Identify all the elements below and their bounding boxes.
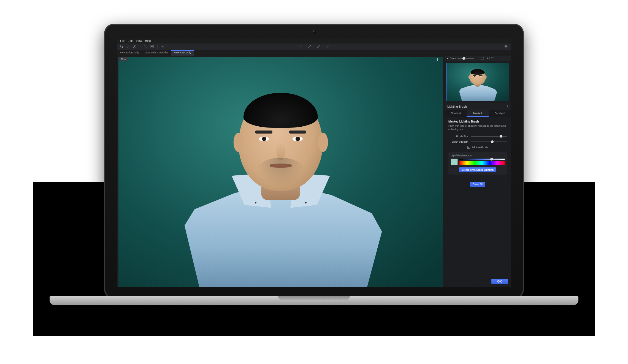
color-box: Light/Shadow Color Set Color to Erase Li… <box>448 152 507 175</box>
section-title: Masked Lighting Brush <box>448 120 507 123</box>
additive-checkbox[interactable]: ✓ <box>467 146 470 149</box>
portrait-mouth <box>270 164 292 167</box>
brush-tool-2-icon[interactable] <box>308 45 312 49</box>
brush-tool-4-icon[interactable] <box>325 45 329 49</box>
menu-edit[interactable]: Edit <box>128 39 132 43</box>
svg-point-0 <box>134 45 136 47</box>
laptop-notch <box>278 296 350 300</box>
close-icon[interactable] <box>161 45 165 49</box>
zoom-label: Zoom <box>450 57 456 60</box>
brush-tool-1-icon[interactable] <box>299 45 303 49</box>
tab-view-after-only[interactable]: View After Only <box>171 50 194 56</box>
set-erase-color-button[interactable]: Set Color to Erase Lighting <box>459 167 496 172</box>
camera-dot <box>312 30 316 34</box>
zoom-slider[interactable] <box>458 58 474 59</box>
canvas[interactable]: After <box>118 57 443 287</box>
after-badge: After <box>119 57 128 61</box>
panel-header: Lighting Brush ? <box>445 103 511 110</box>
fit-face-icon[interactable] <box>481 57 484 60</box>
portrait-ear <box>233 133 243 152</box>
redo-icon[interactable] <box>126 45 130 49</box>
laptop-base <box>50 296 578 305</box>
portrait-nose <box>277 142 285 160</box>
ok-button[interactable]: OK <box>491 279 508 284</box>
tab-view-before-only[interactable]: View Before Only <box>117 50 142 56</box>
sliders-icon[interactable] <box>144 45 147 49</box>
subtab-backlight[interactable]: Backlight <box>489 110 511 117</box>
brush-strength-slider[interactable] <box>471 142 507 142</box>
side-panel: ▾ Zoom 1:4.37 <box>445 56 511 287</box>
chevron-down-icon[interactable]: ▾ <box>447 57 448 60</box>
menu-file[interactable]: File <box>120 39 124 43</box>
luminance-slider[interactable] <box>459 159 505 160</box>
portrait-brow <box>255 131 272 134</box>
help-icon[interactable]: ? <box>506 105 508 108</box>
hue-strip[interactable] <box>459 161 505 165</box>
additive-label: Additive Brush <box>472 146 488 149</box>
color-label: Light/Shadow Color <box>451 154 505 157</box>
workspace: After ▾ Zoom 1:4.37 <box>117 56 511 287</box>
menu-view[interactable]: View <box>136 39 142 43</box>
panel-body: Masked Lighting Brush Paint with light o… <box>445 117 511 152</box>
person-icon[interactable] <box>133 45 137 49</box>
portrait-stubble <box>255 158 306 187</box>
brush-size-thumb[interactable] <box>500 135 502 138</box>
zoom-row: ▾ Zoom 1:4.37 <box>445 56 511 61</box>
portrait-head <box>239 94 323 191</box>
portrait-brow <box>289 131 306 134</box>
navigator-preview[interactable] <box>446 63 509 101</box>
grid-icon[interactable] <box>150 45 154 49</box>
screen: File Edit View Help <box>117 39 511 287</box>
portrait-ear <box>318 133 328 152</box>
app-root: File Edit View Help <box>117 39 511 287</box>
brush-tools <box>299 45 329 49</box>
toolbar <box>117 44 511 50</box>
tab-view-before-after[interactable]: View Before and After <box>142 50 171 56</box>
color-swatch[interactable] <box>451 159 458 165</box>
subtab-masked[interactable]: Masked <box>467 110 489 117</box>
section-desc: Paint with light or shadow, masked to th… <box>448 124 507 131</box>
layers-icon[interactable] <box>504 45 508 49</box>
panel-subtabs: Standard Masked Backlight <box>445 110 511 117</box>
fit-screen-icon[interactable] <box>476 57 479 60</box>
zoom-ratio: 1:4.37 <box>487 57 494 60</box>
brush-size-slider[interactable] <box>471 136 507 137</box>
subtab-standard[interactable]: Standard <box>445 110 467 117</box>
brush-size-row: Brush Size <box>448 135 507 138</box>
luminance-thumb[interactable] <box>490 158 493 161</box>
laptop-frame: File Edit View Help <box>104 24 524 299</box>
fullscreen-toggle-icon[interactable] <box>437 58 441 61</box>
view-tabs: View Before Only View Before and After V… <box>117 50 511 56</box>
portrait-eye <box>293 137 303 142</box>
brush-strength-row: Brush Strength <box>448 140 507 143</box>
additive-row: ✓ Additive Brush <box>448 146 507 149</box>
panel-footer: OK <box>445 276 511 287</box>
portrait-eye <box>259 137 269 142</box>
canvas-area: After <box>117 56 445 287</box>
menu-help[interactable]: Help <box>145 39 151 43</box>
menu-bar: File Edit View Help <box>117 39 511 44</box>
brush-tool-3-icon[interactable] <box>316 45 320 49</box>
erase-all-button[interactable]: Erase All <box>470 182 485 187</box>
brush-size-label: Brush Size <box>448 135 468 138</box>
panel-title: Lighting Brush <box>447 105 467 108</box>
undo-icon[interactable] <box>120 45 123 49</box>
brush-strength-label: Brush Strength <box>448 140 468 143</box>
brush-strength-thumb[interactable] <box>491 140 494 143</box>
